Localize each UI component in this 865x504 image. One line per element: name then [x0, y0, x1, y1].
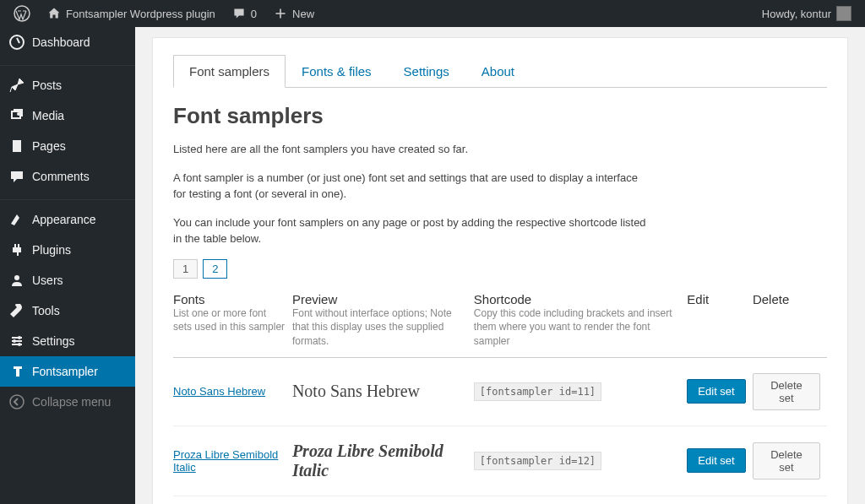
comment-icon [8, 168, 25, 185]
main-content: Font samplers Fonts & files Settings Abo… [135, 27, 865, 504]
tab-bar: Font samplers Fonts & files Settings Abo… [173, 55, 827, 88]
delete-set-button[interactable]: Delete set [753, 442, 820, 480]
col-header-fonts: Fonts List one or more font sets used in… [173, 287, 292, 358]
edit-set-button[interactable]: Edit set [687, 448, 745, 473]
pagination-top: 1 2 [173, 259, 827, 279]
th-title: Preview [292, 292, 467, 306]
svg-point-2 [17, 112, 20, 116]
page-title: Font samplers [173, 103, 827, 129]
tab-settings[interactable]: Settings [388, 55, 465, 88]
wordpress-icon [14, 5, 30, 22]
home-icon [47, 7, 61, 20]
th-sub: List one or more font sets used in this … [173, 306, 286, 335]
sidebar-item-label: Tools [32, 304, 60, 317]
samplers-table: Fonts List one or more font sets used in… [173, 287, 827, 505]
sidebar-separator [0, 196, 135, 200]
sidebar-item-settings[interactable]: Settings [0, 326, 135, 356]
svg-rect-3 [13, 140, 21, 152]
sidebar-item-label: Media [32, 109, 64, 122]
sidebar-item-tools[interactable]: Tools [0, 295, 135, 326]
tab-font-samplers[interactable]: Font samplers [173, 55, 286, 88]
sidebar-item-label: Users [32, 274, 63, 287]
col-header-preview: Preview Font without interface options; … [292, 287, 474, 358]
sidebar-item-fontsampler[interactable]: Fontsampler [0, 356, 135, 387]
tab-label: About [481, 64, 514, 79]
fontsampler-icon [8, 363, 25, 380]
sidebar-collapse[interactable]: Collapse menu [0, 387, 135, 417]
svg-point-4 [14, 275, 19, 280]
sidebar-item-plugins[interactable]: Plugins [0, 235, 135, 265]
svg-point-10 [18, 343, 21, 346]
comment-icon [232, 7, 246, 20]
collapse-icon [8, 393, 25, 410]
delete-set-button[interactable]: Delete set [753, 373, 820, 410]
sidebar-item-label: Dashboard [32, 35, 90, 49]
sidebar-item-dashboard[interactable]: Dashboard [0, 27, 135, 57]
sidebar-item-users[interactable]: Users [0, 265, 135, 295]
th-sub: Copy this code including brackets and in… [474, 306, 681, 349]
page-1-button[interactable]: 1 [173, 259, 198, 279]
table-row: Proza Libre Semibold Italic Proza Libre … [173, 425, 827, 496]
svg-point-9 [13, 339, 16, 343]
tab-fonts-files[interactable]: Fonts & files [286, 55, 388, 88]
topbar-left: Fontsampler Wordpress plugin 0 New [7, 5, 321, 22]
shortcode-text[interactable]: [fontsampler id=11] [474, 382, 601, 401]
sidebar-item-label: Settings [32, 334, 75, 348]
th-title: Edit [687, 292, 746, 306]
avatar [836, 6, 851, 21]
page-description-3: You can include your font samplers on an… [173, 214, 646, 247]
plugin-icon [8, 241, 25, 258]
comments-link[interactable]: 0 [226, 7, 264, 20]
edit-set-button[interactable]: Edit set [687, 379, 745, 404]
admin-topbar: Fontsampler Wordpress plugin 0 New Howdy… [0, 0, 865, 27]
admin-sidebar: Dashboard Posts Media Pages Comments App… [0, 27, 135, 504]
media-icon [8, 107, 25, 124]
page-2-button[interactable]: 2 [203, 259, 227, 279]
tools-icon [8, 302, 25, 319]
th-title: Shortcode [474, 292, 681, 306]
sidebar-item-appearance[interactable]: Appearance [0, 204, 135, 235]
wp-logo-menu[interactable] [7, 5, 37, 22]
font-link[interactable]: Proza Libre Semibold Italic [173, 448, 278, 474]
comments-count: 0 [251, 8, 257, 20]
appearance-icon [8, 211, 25, 228]
tab-label: Fonts & files [302, 64, 372, 79]
th-title: Delete [753, 292, 820, 306]
pin-icon [8, 77, 25, 94]
font-link[interactable]: Noto Sans Hebrew [173, 385, 265, 398]
shortcode-text[interactable]: [fontsampler id=12] [474, 452, 601, 470]
table-row: Noto Sans Hebrew Noto Sans Hebrew [fonts… [173, 357, 827, 425]
user-icon [8, 272, 25, 289]
svg-point-8 [18, 336, 21, 339]
sidebar-item-label: Comments [32, 170, 90, 183]
preview-text: Noto Sans Hebrew [292, 382, 420, 400]
settings-icon [8, 333, 25, 350]
sidebar-item-posts[interactable]: Posts [0, 70, 135, 100]
sidebar-item-pages[interactable]: Pages [0, 131, 135, 161]
sidebar-item-label: Appearance [32, 213, 96, 226]
sidebar-item-comments[interactable]: Comments [0, 161, 135, 192]
tab-about[interactable]: About [465, 55, 530, 88]
svg-point-11 [10, 395, 24, 409]
sidebar-item-label: Pages [32, 139, 66, 153]
account-link[interactable]: Howdy, kontur [755, 6, 858, 21]
site-home-link[interactable]: Fontsampler Wordpress plugin [41, 7, 222, 20]
new-content-link[interactable]: New [267, 7, 321, 20]
svg-point-1 [10, 35, 24, 49]
th-sub: Font without interface options; Note tha… [292, 306, 467, 349]
sidebar-item-label: Fontsampler [32, 365, 98, 378]
tab-label: Settings [404, 64, 449, 79]
page-description-2: A font sampler is a number (or just one)… [173, 170, 646, 203]
content-panel: Font samplers Fonts & files Settings Abo… [152, 37, 848, 504]
col-header-edit: Edit [687, 287, 753, 358]
sidebar-item-label: Posts [32, 79, 62, 92]
page-icon [8, 138, 25, 154]
sidebar-item-media[interactable]: Media [0, 100, 135, 131]
dashboard-icon [8, 34, 25, 51]
sidebar-item-label: Plugins [32, 243, 71, 257]
howdy-text: Howdy, kontur [762, 8, 831, 20]
sidebar-separator [0, 62, 135, 66]
tab-label: Font samplers [189, 64, 269, 79]
col-header-shortcode: Shortcode Copy this code including brack… [474, 287, 688, 358]
new-label: New [292, 8, 314, 20]
